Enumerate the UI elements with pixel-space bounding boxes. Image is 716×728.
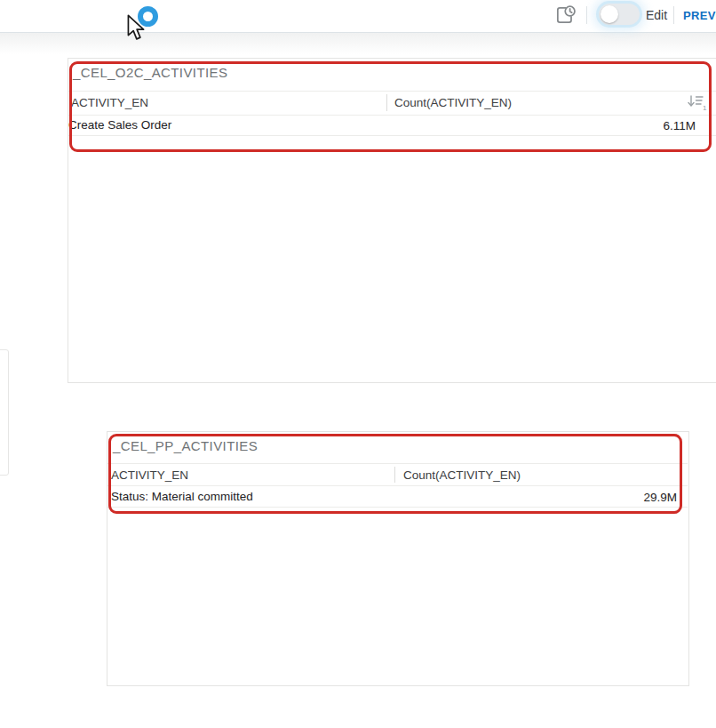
table-row-cell-count[interactable]: 6.11M xyxy=(551,119,696,132)
column-header-activity-en[interactable]: ACTIVITY_EN xyxy=(111,468,188,482)
edit-label: Edit xyxy=(646,8,667,22)
sort-descending-icon[interactable]: 1 xyxy=(687,93,707,115)
divider xyxy=(107,485,688,486)
column-divider xyxy=(394,467,395,483)
table-row-cell-count[interactable]: 29.9M xyxy=(533,491,677,504)
divider xyxy=(107,463,688,464)
divider xyxy=(68,135,716,136)
offscreen-widget-stub xyxy=(0,349,9,476)
column-header-activity-en[interactable]: ACTIVITY_EN xyxy=(71,96,148,109)
divider xyxy=(107,507,688,508)
version-history-icon[interactable] xyxy=(553,3,577,28)
table-row-cell-activity[interactable]: Status: Material committed xyxy=(111,490,253,503)
toolbar-shadow xyxy=(0,33,716,54)
table-row-cell-activity[interactable]: Create Sales Order xyxy=(68,118,171,132)
table-widget-pp-activities xyxy=(107,431,689,686)
preview-button[interactable]: PREVIEW xyxy=(683,9,716,22)
table-title: _CEL_PP_ACTIVITIES xyxy=(113,438,258,453)
divider xyxy=(68,115,716,116)
divider xyxy=(68,91,716,92)
toolbar-divider xyxy=(673,6,674,24)
column-divider xyxy=(386,94,387,111)
column-header-count[interactable]: Count(ACTIVITY_EN) xyxy=(403,468,521,482)
table-widget-o2c-activities xyxy=(68,58,716,383)
toolbar-divider xyxy=(586,6,587,24)
mouse-cursor-icon xyxy=(126,14,146,44)
table-title: _CEL_O2C_ACTIVITIES xyxy=(73,65,227,80)
column-header-count[interactable]: Count(ACTIVITY_EN) xyxy=(394,96,512,109)
sort-order-number: 1 xyxy=(703,104,707,112)
toggle-knob xyxy=(601,5,618,23)
edit-mode-toggle[interactable] xyxy=(599,4,640,25)
